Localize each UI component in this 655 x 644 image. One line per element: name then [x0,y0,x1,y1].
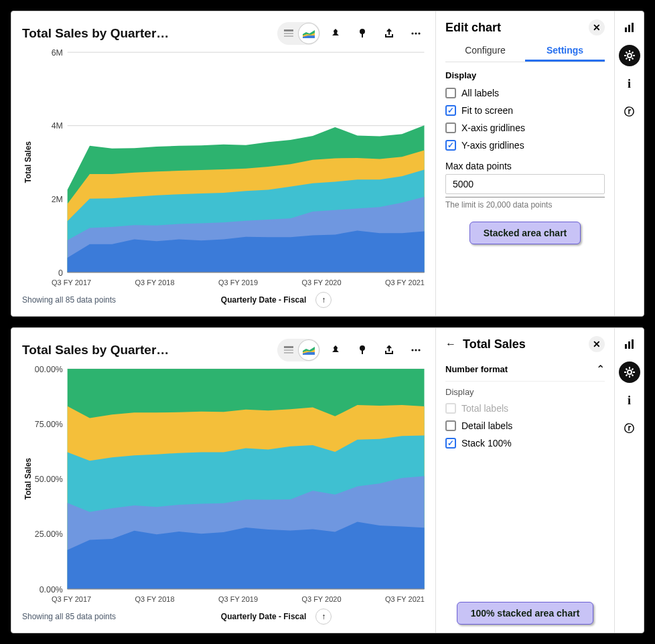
sort-button[interactable]: ↑ [315,292,332,308]
checkbox-label: Total labels [461,403,508,414]
chart-area: Total Sales by Quarter a… [11,11,436,316]
svg-rect-21 [284,346,293,348]
callout-badge: Stacked area chart [469,222,581,244]
svg-text:2M: 2M [52,194,63,204]
table-view-button[interactable] [279,23,299,44]
checkbox-all-labels[interactable]: All labels [445,88,605,98]
svg-point-7 [418,32,420,34]
chevron-up-icon: ⌃ [596,363,605,376]
data-points-note: Showing all 85 data points [22,295,116,305]
x-axis-label: Quarterly Date - Fiscal [221,295,306,305]
checkbox-label: All labels [461,88,499,98]
svg-rect-42 [632,339,634,349]
y-axis-label: Total Sales [22,141,34,183]
chart-title: Total Sales by Quarter a… [22,26,169,41]
section-label: Number format [445,364,508,374]
checkbox-stack-100[interactable]: Stack 100% [445,438,605,449]
sort-button[interactable]: ↑ [315,609,332,625]
chart-canvas[interactable]: 02M4M6M [34,48,427,277]
chart-view-button[interactable] [299,340,319,360]
close-button[interactable]: ✕ [589,19,605,35]
chart-title: Total Sales by Quarter a… [22,343,169,357]
panel-stacked-area: Total Sales by Quarter a… [11,11,644,317]
svg-rect-41 [628,341,630,349]
svg-point-28 [418,349,420,351]
chart-view-button[interactable] [299,23,319,44]
svg-text:100.00%: 100.00% [34,364,63,374]
svg-rect-40 [625,344,627,349]
panel-100pct-area: Total Sales by Quarter a… [11,327,644,633]
svg-point-43 [628,370,632,374]
checkbox-label: X-axis gridlines [461,123,525,133]
view-toggle [277,339,320,361]
rail-r-icon[interactable]: ⓡ [619,101,640,123]
back-button[interactable]: ← [445,338,456,350]
share-button[interactable] [378,22,401,45]
svg-rect-23 [284,352,293,353]
share-button[interactable] [378,339,401,361]
view-toggle [277,22,320,45]
svg-rect-4 [362,33,363,37]
x-ticks: Q3 FY 2017Q3 FY 2018Q3 FY 2019Q3 FY 2020… [22,595,427,603]
svg-point-3 [360,29,365,34]
pin-button[interactable] [324,22,347,45]
chart-toolbar [277,22,427,45]
svg-text:0: 0 [58,267,63,277]
table-view-button[interactable] [279,340,299,360]
right-rail: i ⓡ [614,11,644,316]
svg-point-26 [411,349,413,351]
svg-text:0.00%: 0.00% [40,584,63,594]
chart-toolbar [277,339,427,361]
rail-info-icon[interactable]: i [619,390,640,411]
svg-point-20 [628,54,632,58]
tab-configure[interactable]: Configure [445,41,525,62]
rail-settings-icon[interactable] [619,45,640,66]
svg-point-6 [415,32,417,34]
svg-point-27 [415,349,417,351]
panel-title: Total Sales [463,337,526,351]
svg-rect-22 [284,349,293,351]
series-settings-panel: ← Total Sales ✕ Number format ⌃ Display … [436,328,614,633]
edit-chart-panel: Edit chart ✕ Configure Settings Display … [436,11,614,316]
checkbox-total-labels: Total labels [445,403,605,414]
checkbox-label: Y-axis gridlines [461,140,524,151]
svg-text:6M: 6M [52,48,63,58]
x-ticks: Q3 FY 2017Q3 FY 2018Q3 FY 2019Q3 FY 2020… [22,278,427,287]
svg-point-5 [411,32,413,34]
rail-info-icon[interactable]: i [619,73,640,94]
max-points-label: Max data points [445,161,605,171]
max-points-input[interactable] [445,174,605,194]
checkbox-x-gridlines[interactable]: X-axis gridlines [445,123,605,133]
svg-text:50.00%: 50.00% [35,474,63,484]
rail-chart-icon[interactable] [619,17,640,38]
svg-rect-25 [362,350,363,354]
explore-button[interactable] [351,339,374,361]
checkbox-fit-to-screen[interactable]: Fit to screen [445,105,605,116]
display-subsection: Display [445,387,605,397]
explore-button[interactable] [351,22,374,45]
right-rail: i ⓡ [614,328,644,633]
callout-badge: 100% stacked area chart [457,602,594,625]
more-button[interactable] [405,22,427,45]
rail-chart-icon[interactable] [619,333,640,355]
pin-button[interactable] [324,339,347,361]
checkbox-label: Fit to screen [461,105,513,116]
rail-r-icon[interactable]: ⓡ [619,418,640,439]
svg-rect-0 [284,29,293,31]
checkbox-y-gridlines[interactable]: Y-axis gridlines [445,140,605,151]
chart-canvas[interactable]: 0.00%25.00%50.00%75.00%100.00% [34,364,427,594]
chart-area: Total Sales by Quarter a… [11,328,436,633]
tab-settings[interactable]: Settings [525,41,605,62]
checkbox-detail-labels[interactable]: Detail labels [445,420,605,431]
svg-rect-18 [628,25,630,32]
svg-point-24 [360,345,365,351]
y-axis-label: Total Sales [22,458,34,499]
svg-rect-19 [632,23,634,32]
x-axis-label: Quarterly Date - Fiscal [221,612,306,621]
more-button[interactable] [405,339,427,361]
svg-rect-2 [284,35,293,37]
number-format-section[interactable]: Number format ⌃ [445,357,605,382]
rail-settings-icon[interactable] [619,361,640,383]
max-points-helper: The limit is 20,000 data points [445,197,605,210]
close-button[interactable]: ✕ [589,336,605,352]
